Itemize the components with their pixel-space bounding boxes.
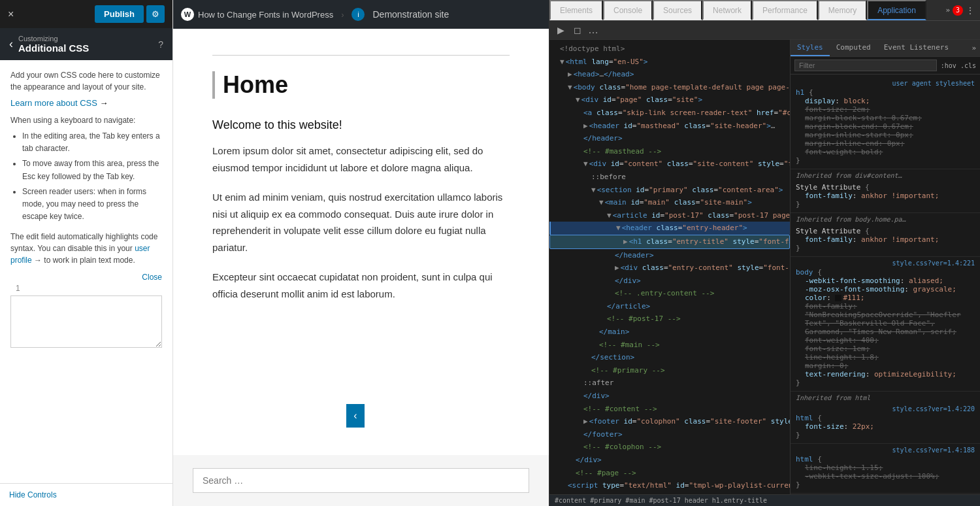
style-prop: display: block; xyxy=(805,97,975,105)
style-prop: margin-block-start: 0.67em; xyxy=(805,114,975,122)
html-line[interactable]: ▼<article id="post-17" class="post-17 pa… xyxy=(549,209,790,222)
section-title: Additional CSS xyxy=(18,42,153,54)
html-line[interactable]: <!-- #colophon --> xyxy=(549,441,790,454)
style-prop: line-height: 1.8; xyxy=(805,353,975,362)
html-line[interactable]: ▼<div id="content" class="site-content" … xyxy=(549,158,790,171)
html-line-selected[interactable]: ▼<header class="entry-header"> xyxy=(549,222,790,235)
html-line[interactable]: <script type="text/html" id="tmpl-wp-pla… xyxy=(549,479,790,492)
html-line[interactable]: <!-- #primary --> xyxy=(549,364,790,377)
html-line[interactable]: ▼<section id="primary" class="content-ar… xyxy=(549,184,790,197)
keyboard-title: When using a keyboard to navigate: xyxy=(10,116,162,125)
html-tree[interactable]: <!doctype html> ▼<html lang="en-US"> ▶<h… xyxy=(549,40,791,494)
home-title: Home xyxy=(212,71,510,99)
cursor-tool-button[interactable]: ▶ xyxy=(555,24,567,37)
tab-sources[interactable]: Sources xyxy=(653,0,702,20)
tip-1: In the editing area, the Tab key enters … xyxy=(22,130,162,155)
html-line[interactable]: ▶<div class="entry-content" style="font-… xyxy=(549,261,790,275)
sidebar: × Publish ⚙ ‹ Customizing Additional CSS… xyxy=(0,0,173,506)
close-link[interactable]: Close xyxy=(142,273,162,282)
html-line[interactable]: <!-- .entry-content --> xyxy=(549,287,790,300)
style-selector: Style Attribute { xyxy=(796,227,975,235)
sidebar-content: Add your own CSS code here to customize … xyxy=(0,60,172,483)
style-prop: -webkit-text-size-adjust: 100%; xyxy=(805,472,975,481)
style-source: user agent stylesheet xyxy=(796,80,975,87)
help-button[interactable]: ? xyxy=(158,39,163,50)
site-name: Demonstration site xyxy=(372,9,449,20)
style-block-body-attr: Style Attribute { font-family: ankhor !i… xyxy=(791,224,980,257)
tip-3: Screen reader users: when in forms mode,… xyxy=(22,186,162,224)
back-button[interactable]: ‹ xyxy=(9,37,13,51)
ellipsis-button[interactable]: ⋮ xyxy=(966,5,975,16)
tab-application[interactable]: Application xyxy=(867,0,926,20)
hide-controls-button[interactable]: Hide Controls xyxy=(9,490,57,499)
tab-performance[interactable]: Performance xyxy=(752,0,818,20)
html-line[interactable]: <!-- #main --> xyxy=(549,339,790,352)
mobile-tool-button[interactable]: ◻ xyxy=(571,24,584,37)
collapse-arrow[interactable]: ‹ xyxy=(346,404,365,428)
html-line[interactable]: </div> xyxy=(549,275,790,288)
more-tools-button[interactable]: … xyxy=(588,24,598,36)
html-line[interactable]: ▶<head>…</head> xyxy=(549,68,790,81)
html-line[interactable]: <!-- #post-17 --> xyxy=(549,312,790,326)
html-line[interactable]: <a class="skip-link screen-reader-text" … xyxy=(549,107,790,120)
tab-network[interactable]: Network xyxy=(702,0,752,20)
html-line[interactable]: </article> xyxy=(549,300,790,313)
tab-console[interactable]: Console xyxy=(603,0,653,20)
filter-pseudo[interactable]: :hov .cls xyxy=(941,62,976,69)
html-line[interactable]: </div> xyxy=(549,390,790,403)
header-buttons: Publish ⚙ xyxy=(95,5,165,23)
error-badge: 3 xyxy=(953,5,963,16)
styles-content: user agent stylesheet h1 { display: bloc… xyxy=(791,75,980,494)
nav-title-area: Customizing Additional CSS xyxy=(18,35,153,54)
search-area xyxy=(173,455,549,506)
html-line[interactable]: ▼<div id="page" class="site"> xyxy=(549,93,790,107)
styles-panel: Styles Computed Event Listeners » :hov .… xyxy=(791,40,980,494)
html-line[interactable]: </header> xyxy=(549,249,790,262)
html-line[interactable]: ::before xyxy=(549,171,790,184)
info-circle-button[interactable]: i xyxy=(351,8,365,21)
html-line[interactable]: <!doctype html> xyxy=(549,42,790,56)
publish-button[interactable]: Publish xyxy=(95,5,144,23)
html-line-highlighted[interactable]: ▶<h1 class="entry-title" style="font-fam… xyxy=(549,235,790,249)
more-tabs[interactable]: » 3 ⋮ xyxy=(940,5,980,16)
html-line[interactable]: <!-- #page --> xyxy=(549,467,790,480)
html-line[interactable]: ▶<footer id="colophon" class="site-foote… xyxy=(549,415,790,428)
style-prop: font-family: ankhor !important; xyxy=(805,235,975,244)
filter-input[interactable] xyxy=(794,59,937,71)
tab-computed[interactable]: Computed xyxy=(830,40,877,56)
styles-filter: :hov .cls xyxy=(791,57,980,75)
tab-elements[interactable]: Elements xyxy=(549,0,603,20)
site-link[interactable]: W How to Change Fonts in WordPress xyxy=(181,8,333,21)
learn-more-link[interactable]: Learn more about CSS xyxy=(10,98,97,108)
tab-event-listeners[interactable]: Event Listeners xyxy=(877,40,955,56)
html-line[interactable]: ▶<header id="masthead" class="site-heade… xyxy=(549,120,790,133)
html-line[interactable]: </main> xyxy=(549,326,790,339)
html-line[interactable]: </header> xyxy=(549,132,790,145)
tab-memory[interactable]: Memory xyxy=(818,0,867,20)
style-prop: font-size: 22px; xyxy=(805,422,975,431)
gear-button[interactable]: ⚙ xyxy=(146,5,165,23)
paragraph-3: Excepteur sint occaecat cupidatat non pr… xyxy=(212,269,510,302)
style-prop: font-size: 1em; xyxy=(805,345,975,353)
html-line[interactable]: ▼<html lang="en-US"> xyxy=(549,56,790,69)
sidebar-nav: ‹ Customizing Additional CSS ? xyxy=(0,28,172,60)
html-line[interactable]: </footer> xyxy=(549,428,790,441)
search-input[interactable] xyxy=(193,468,529,493)
html-line[interactable]: ::after xyxy=(549,377,790,390)
tab-styles[interactable]: Styles xyxy=(791,40,830,56)
html-line[interactable]: </section> xyxy=(549,351,790,364)
html-line[interactable]: <!-- #content --> xyxy=(549,403,790,416)
close-button[interactable]: × xyxy=(8,9,14,20)
html-line[interactable]: ▼<body class="home page-template-default… xyxy=(549,81,790,94)
customizing-label: Customizing xyxy=(18,35,153,42)
html-line[interactable]: <!-- #masthead --> xyxy=(549,145,790,158)
more-styles-tabs[interactable]: » xyxy=(968,44,980,52)
wp-icon: W xyxy=(181,8,194,21)
breadcrumb-path: #content #primary #main #post-17 header … xyxy=(555,497,767,504)
html-line[interactable]: ▼<main id="main" class="site-main"> xyxy=(549,196,790,209)
html-line[interactable]: </div> xyxy=(549,454,790,467)
edit-note: The edit field automatically highlights … xyxy=(10,231,162,266)
css-editor[interactable] xyxy=(10,295,162,348)
preview-area: W How to Change Fonts in WordPress › i D… xyxy=(173,0,549,506)
style-prop: margin-inline-start: 0px; xyxy=(805,131,975,139)
